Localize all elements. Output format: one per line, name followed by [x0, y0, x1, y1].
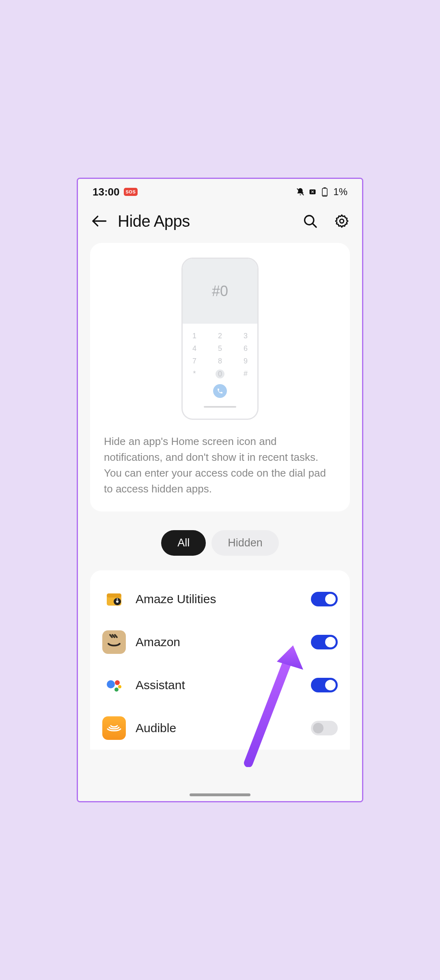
tab-all[interactable]: All — [161, 530, 206, 556]
app-row-assistant: Assistant — [102, 664, 338, 707]
sos-badge: SOS — [124, 188, 138, 196]
svg-rect-3 — [324, 187, 326, 189]
svg-rect-10 — [107, 593, 121, 597]
svg-point-8 — [340, 219, 344, 223]
key-star: * — [188, 370, 201, 378]
status-right: 1% — [296, 186, 347, 198]
statusbar: 13:00 SOS 1% — [78, 179, 362, 202]
app-icon-assistant — [102, 673, 126, 697]
app-row-audible: Audible — [102, 707, 338, 750]
svg-point-12 — [116, 600, 119, 603]
key-9: 9 — [239, 357, 252, 365]
status-left: 13:00 SOS — [93, 186, 138, 198]
key-8: 8 — [214, 357, 226, 365]
svg-line-7 — [313, 224, 316, 227]
info-card: #0 123 456 789 *0# Hide an app's Home sc… — [90, 243, 350, 511]
nav-home-indicator[interactable] — [190, 793, 250, 796]
key-6: 6 — [239, 344, 252, 353]
call-icon — [213, 384, 227, 398]
app-name: Assistant — [136, 678, 301, 692]
key-1: 1 — [188, 332, 201, 340]
header: Hide Apps — [78, 202, 362, 243]
app-row-amazon: Amazon — [102, 621, 338, 664]
key-zero: 0 — [214, 370, 226, 378]
key-2: 2 — [214, 332, 226, 340]
search-button[interactable] — [301, 212, 319, 230]
app-name: Amaze Utilities — [136, 592, 301, 606]
illustration-home-bar — [204, 406, 236, 408]
battery-percent: 1% — [333, 186, 347, 198]
info-description: Hide an app's Home screen icon and notif… — [102, 434, 338, 497]
app-icon-amaze — [102, 587, 126, 611]
svg-point-14 — [107, 680, 115, 688]
status-time: 13:00 — [93, 186, 120, 198]
page-title: Hide Apps — [118, 212, 287, 230]
phone-illustration: #0 123 456 789 *0# — [181, 258, 259, 420]
app-row-amaze: Amaze Utilities — [102, 578, 338, 621]
svg-point-17 — [114, 688, 119, 692]
toggle-amazon[interactable] — [311, 635, 338, 649]
svg-point-16 — [118, 685, 121, 688]
settings-button[interactable] — [333, 212, 351, 230]
app-name: Audible — [136, 721, 301, 735]
toggle-assistant[interactable] — [311, 678, 338, 692]
toggle-audible[interactable] — [311, 721, 338, 735]
app-name: Amazon — [136, 635, 301, 649]
no-sim-icon — [308, 187, 317, 196]
app-list: Amaze Utilities Amazon Assistant — [90, 570, 350, 750]
toggle-amaze[interactable] — [311, 592, 338, 606]
back-button[interactable] — [89, 211, 109, 231]
illustration-keypad: 123 456 789 *0# — [183, 324, 257, 419]
device-frame: 13:00 SOS 1% Hide Apps — [77, 178, 363, 802]
key-3: 3 — [239, 332, 252, 340]
svg-rect-13 — [104, 632, 124, 652]
key-5: 5 — [214, 344, 226, 353]
screen: 13:00 SOS 1% Hide Apps — [78, 179, 362, 801]
app-icon-audible — [102, 716, 126, 740]
code-hint: #0 — [183, 259, 257, 324]
key-7: 7 — [188, 357, 201, 365]
svg-point-15 — [115, 680, 120, 685]
tab-hidden[interactable]: Hidden — [211, 530, 279, 556]
mute-icon — [296, 187, 305, 196]
battery-icon — [320, 187, 329, 196]
filter-tabs: All Hidden — [78, 530, 362, 556]
app-icon-amazon — [102, 630, 126, 654]
key-4: 4 — [188, 344, 201, 353]
svg-rect-4 — [323, 195, 327, 196]
key-hash: # — [239, 370, 252, 378]
